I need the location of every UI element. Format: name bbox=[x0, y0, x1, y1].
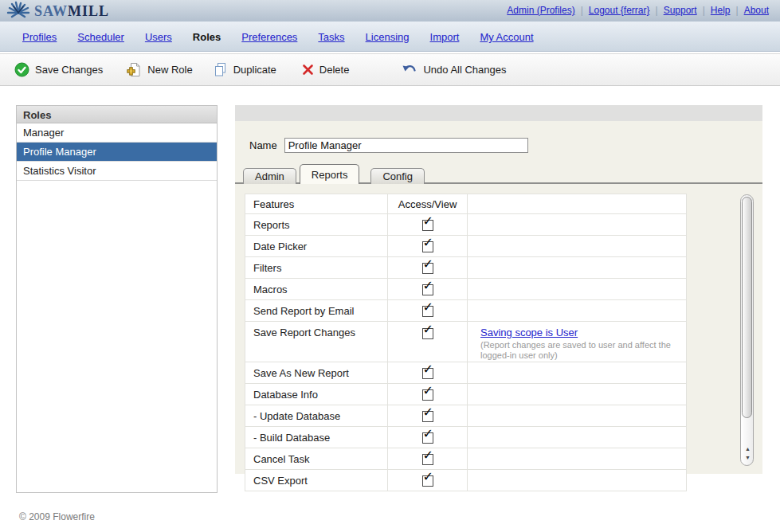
undo-all-changes-button[interactable]: Undo All Changes bbox=[402, 63, 506, 76]
duplicate-button[interactable]: Duplicate bbox=[214, 62, 276, 77]
scroll-down-arrow[interactable]: ▼ bbox=[741, 453, 755, 462]
save-changes-button[interactable]: Save Changes bbox=[14, 62, 103, 77]
page-plus-icon bbox=[127, 62, 142, 77]
new-role-label: New Role bbox=[147, 64, 192, 76]
top-link-about[interactable]: About bbox=[744, 5, 769, 16]
features-table-body: Reports✓Date Picker✓Filters✓Macros✓Send … bbox=[245, 214, 687, 491]
logo-text: SAWMILL bbox=[34, 3, 109, 20]
nav-item-profiles[interactable]: Profiles bbox=[22, 31, 57, 43]
red-x-icon bbox=[302, 64, 314, 76]
access-checkbox[interactable]: ✓ bbox=[422, 220, 433, 231]
access-checkbox[interactable]: ✓ bbox=[422, 432, 433, 444]
check-mark: ✓ bbox=[423, 406, 433, 419]
nav-item-preferences[interactable]: Preferences bbox=[241, 31, 297, 43]
duplicate-label: Duplicate bbox=[233, 64, 276, 76]
scroll-up-arrow[interactable]: ▲ bbox=[741, 444, 755, 453]
access-checkbox[interactable]: ✓ bbox=[422, 389, 433, 401]
roles-list: ManagerProfile ManagerStatistics Visitor bbox=[17, 123, 217, 181]
access-checkbox[interactable]: ✓ bbox=[422, 368, 433, 379]
save-changes-label: Save Changes bbox=[35, 64, 103, 76]
nav-item-users[interactable]: Users bbox=[145, 31, 172, 43]
link-separator: | bbox=[703, 5, 705, 16]
nav-item-scheduler[interactable]: Scheduler bbox=[77, 31, 124, 43]
role-item-statistics-visitor[interactable]: Statistics Visitor bbox=[17, 162, 217, 181]
check-mark: ✓ bbox=[423, 258, 433, 271]
name-row: Name bbox=[249, 138, 528, 153]
name-label: Name bbox=[249, 139, 277, 151]
saving-scope-link[interactable]: Saving scope is User bbox=[480, 327, 578, 338]
access-checkbox[interactable]: ✓ bbox=[422, 328, 433, 339]
scrollbar[interactable]: ▲ ▼ bbox=[740, 194, 755, 466]
nav-item-roles[interactable]: Roles bbox=[193, 31, 221, 43]
feature-label: Save As New Report bbox=[245, 362, 388, 384]
nav-item-licensing[interactable]: Licensing bbox=[366, 31, 410, 43]
nav-item-tasks[interactable]: Tasks bbox=[318, 31, 344, 43]
table-header-row: Features Access/View bbox=[245, 194, 687, 214]
nav-item-my-account[interactable]: My Account bbox=[480, 31, 533, 43]
roles-sidebar: Roles ManagerProfile ManagerStatistics V… bbox=[16, 105, 218, 493]
check-mark: ✓ bbox=[423, 471, 433, 483]
feature-label: Cancel Task bbox=[245, 448, 388, 470]
empty-column-header bbox=[468, 194, 687, 214]
feature-row-date-picker: Date Picker✓ bbox=[245, 236, 687, 257]
nav-item-import[interactable]: Import bbox=[430, 31, 460, 43]
access-checkbox[interactable]: ✓ bbox=[422, 284, 433, 295]
check-mark: ✓ bbox=[423, 237, 433, 249]
nav-bar: ProfilesSchedulerUsersRolesPreferencesTa… bbox=[0, 22, 780, 52]
access-checkbox[interactable]: ✓ bbox=[422, 475, 433, 487]
delete-label: Delete bbox=[319, 64, 350, 76]
feature-label: - Build Database bbox=[245, 427, 388, 448]
access-checkbox[interactable]: ✓ bbox=[422, 454, 433, 465]
role-item-manager[interactable]: Manager bbox=[17, 123, 217, 143]
role-item-profile-manager[interactable]: Profile Manager bbox=[17, 143, 217, 162]
tab-admin[interactable]: Admin bbox=[243, 168, 296, 184]
sawmill-starburst-icon bbox=[6, 1, 30, 22]
new-role-button[interactable]: New Role bbox=[127, 62, 192, 77]
green-check-circle-icon bbox=[14, 62, 29, 77]
features-column-header: Features bbox=[245, 194, 388, 214]
top-link-admin-profiles[interactable]: Admin (Profiles) bbox=[507, 5, 574, 16]
feature-row-update-database: - Update Database✓ bbox=[245, 405, 687, 427]
features-table: Features Access/View Reports✓Date Picker… bbox=[245, 194, 687, 491]
main-panel-top-bar bbox=[235, 105, 762, 121]
check-mark: ✓ bbox=[423, 385, 433, 397]
scrollbar-arrows: ▲ ▼ bbox=[741, 444, 755, 462]
check-mark: ✓ bbox=[423, 323, 433, 336]
feature-label: CSV Export bbox=[245, 470, 388, 491]
link-separator: | bbox=[581, 5, 583, 16]
tab-config[interactable]: Config bbox=[370, 168, 425, 184]
undo-arrow-icon bbox=[402, 63, 417, 76]
delete-button[interactable]: Delete bbox=[302, 64, 350, 76]
logo-mill: MILL bbox=[68, 3, 109, 19]
top-link-help[interactable]: Help bbox=[711, 5, 731, 16]
link-separator: | bbox=[656, 5, 658, 16]
name-input[interactable] bbox=[284, 138, 528, 153]
scrollbar-track[interactable]: ▲ ▼ bbox=[740, 194, 754, 466]
access-checkbox[interactable]: ✓ bbox=[422, 241, 433, 252]
feature-row-macros: Macros✓ bbox=[245, 279, 687, 300]
top-links: Admin (Profiles)|Logout {ferrar}|Support… bbox=[504, 5, 772, 16]
access-checkbox[interactable]: ✓ bbox=[422, 306, 433, 317]
feature-label: Send Report by Email bbox=[245, 300, 388, 322]
tab-reports[interactable]: Reports bbox=[300, 164, 360, 184]
main-panel: Name AdminReportsConfig Features Access/… bbox=[235, 105, 762, 474]
roles-sidebar-title: Roles bbox=[17, 106, 217, 123]
check-mark: ✓ bbox=[423, 363, 433, 376]
saving-scope-note: (Report changes are saved to user and af… bbox=[480, 340, 681, 361]
access-checkbox[interactable]: ✓ bbox=[422, 263, 433, 274]
check-mark: ✓ bbox=[423, 428, 433, 440]
access-checkbox[interactable]: ✓ bbox=[422, 411, 433, 422]
feature-label: Date Picker bbox=[245, 236, 388, 257]
top-link-logout-ferrar[interactable]: Logout {ferrar} bbox=[589, 5, 650, 16]
feature-label: Macros bbox=[245, 279, 388, 300]
check-mark: ✓ bbox=[423, 301, 433, 314]
top-link-support[interactable]: Support bbox=[664, 5, 697, 16]
feature-row-reports: Reports✓ bbox=[245, 214, 687, 236]
scrollbar-thumb[interactable] bbox=[742, 197, 752, 418]
header-bar: SAWMILL Admin (Profiles)|Logout {ferrar}… bbox=[0, 0, 780, 22]
feature-label: Reports bbox=[245, 214, 388, 236]
check-mark: ✓ bbox=[423, 449, 433, 462]
copyright-text: © 2009 Flowerfire bbox=[19, 511, 95, 522]
feature-row-build-database: - Build Database✓ bbox=[245, 427, 687, 448]
toolbar: Save Changes New Role Duplicate bbox=[0, 53, 780, 86]
